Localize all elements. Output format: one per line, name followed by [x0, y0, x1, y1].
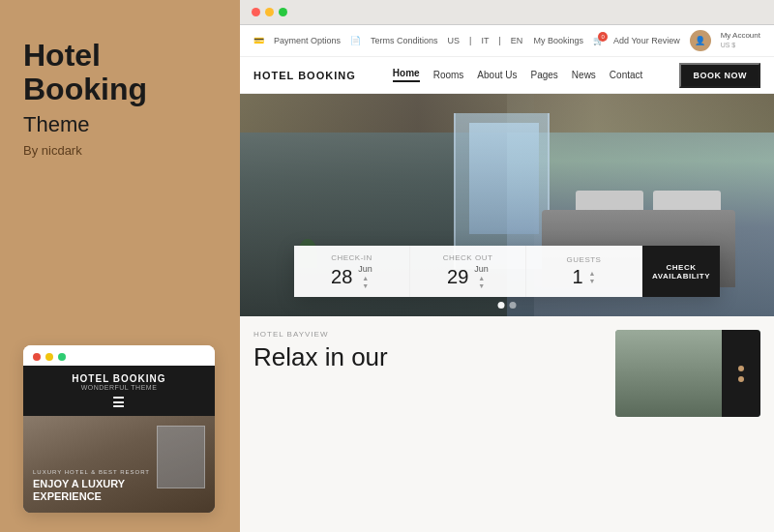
booking-bar: CHECK-IN 28 Jun ▲ ▼ CHECK OUT 29 — [294, 246, 720, 297]
below-fold-title: Relax in our — [253, 343, 602, 371]
mobile-hero-big-text: ENJOY A LUXURYEXPERIENCE — [33, 478, 205, 503]
payment-options-link[interactable]: Payment Options — [274, 36, 341, 45]
lang-us[interactable]: US — [448, 36, 461, 45]
hero-carousel-dots — [498, 302, 517, 309]
guests-field: GUESTS 1 ▲ ▼ — [526, 246, 642, 297]
checkout-month: Jun — [474, 264, 489, 274]
nav-link-news[interactable]: News — [572, 70, 596, 80]
guests-down-arrow[interactable]: ▼ — [589, 278, 596, 284]
cart-badge: 0 — [598, 32, 608, 42]
mobile-preview-card: HOTEL BOOKING WONDERFUL THEME ☰ LUXURY H… — [23, 345, 215, 513]
add-review-link[interactable]: Add Your Review — [613, 36, 680, 45]
nav-link-contact[interactable]: Contact — [610, 70, 642, 80]
site-nav-links: Home Rooms About Us Pages News Contact — [393, 68, 642, 82]
dot-red — [33, 353, 41, 361]
right-panel: 💳 Payment Options 📄 Terms Conditions US … — [240, 0, 774, 532]
guests-label: GUESTS — [567, 255, 602, 264]
mobile-header: HOTEL BOOKING WONDERFUL THEME ☰ — [23, 366, 215, 416]
mobile-brand: HOTEL BOOKING — [72, 373, 165, 384]
checkin-unit: Jun ▲ ▼ — [358, 264, 372, 289]
terms-conditions-link[interactable]: Terms Conditions — [371, 36, 438, 45]
browser-chrome — [240, 0, 774, 25]
room-img-dot-2 — [738, 376, 744, 382]
below-fold-room-image — [615, 330, 760, 417]
below-fold-text: HOTEL BAYVIEW Relax in our — [253, 330, 602, 532]
checkin-day: 28 — [331, 266, 352, 288]
carousel-dot-2[interactable] — [510, 302, 517, 309]
dot-green — [58, 353, 66, 361]
dot-yellow — [45, 353, 53, 361]
my-bookings-link[interactable]: My Bookings — [534, 36, 584, 45]
mobile-hero-image: LUXURY HOTEL & BEST RESORT ENJOY A LUXUR… — [23, 416, 215, 513]
checkout-day: 29 — [447, 266, 468, 288]
carousel-dot-1[interactable] — [498, 302, 505, 309]
checkout-field: CHECK OUT 29 Jun ▲ ▼ — [410, 246, 526, 297]
nav-link-home[interactable]: Home — [393, 68, 420, 82]
checkout-up-arrow[interactable]: ▲ — [478, 275, 485, 281]
browser-dot-yellow[interactable] — [265, 8, 274, 16]
theme-title: HotelBooking — [23, 39, 217, 106]
checkout-unit: Jun ▲ ▼ — [474, 264, 489, 289]
lang-it[interactable]: IT — [481, 36, 489, 45]
terms-icon: 📄 — [350, 36, 361, 45]
checkin-arrows[interactable]: ▲ ▼ — [362, 275, 369, 289]
payment-icon: 💳 — [253, 36, 264, 45]
below-fold-section: HOTEL BAYVIEW Relax in our — [240, 316, 774, 532]
hero-skyline — [469, 123, 539, 234]
user-avatar[interactable]: 👤 — [690, 30, 711, 51]
checkin-field: CHECK-IN 28 Jun ▲ ▼ — [294, 246, 410, 297]
checkout-value: 29 Jun ▲ ▼ — [447, 264, 489, 289]
mobile-hero-content: LUXURY HOTEL & BEST RESORT ENJOY A LUXUR… — [33, 469, 205, 503]
cart-wrap[interactable]: 🛒 0 — [593, 36, 604, 45]
nav-link-rooms[interactable]: Rooms — [433, 70, 464, 80]
checkin-up-arrow[interactable]: ▲ — [362, 275, 369, 281]
checkout-down-arrow[interactable]: ▼ — [478, 282, 485, 289]
guests-arrows[interactable]: ▲ ▼ — [589, 270, 596, 284]
book-now-button[interactable]: BOOK NOW — [679, 63, 760, 88]
checkin-month: Jun — [358, 264, 372, 274]
browser-dot-red[interactable] — [252, 8, 260, 16]
lang-separator: | — [469, 36, 471, 45]
guests-value: 1 ▲ ▼ — [572, 266, 595, 288]
room-image-sidebar — [722, 330, 760, 417]
topbar-left: 💳 Payment Options 📄 Terms Conditions US … — [253, 36, 522, 45]
below-fold-tag: HOTEL BAYVIEW — [253, 330, 602, 339]
site-logo: HOTEL BOOKING — [253, 70, 356, 81]
lang-separator2: | — [498, 36, 500, 45]
mobile-titlebar — [23, 345, 215, 366]
left-panel: HotelBooking Theme By nicdark HOTEL BOOK… — [0, 0, 240, 532]
guests-up-arrow[interactable]: ▲ — [589, 270, 596, 277]
nav-link-pages[interactable]: Pages — [530, 70, 557, 80]
checkout-arrows[interactable]: ▲ ▼ — [478, 275, 485, 289]
site-topbar: 💳 Payment Options 📄 Terms Conditions US … — [240, 25, 774, 57]
hero-section: CHECK-IN 28 Jun ▲ ▼ CHECK OUT 29 — [240, 94, 774, 316]
nav-link-about[interactable]: About Us — [477, 70, 517, 80]
lang-en[interactable]: EN — [511, 36, 523, 45]
topbar-right: My Bookings 🛒 0 Add Your Review 👤 My Acc… — [534, 30, 760, 51]
room-img-dot-1 — [738, 366, 744, 371]
checkout-label: CHECK OUT — [443, 253, 493, 262]
browser-dot-green[interactable] — [279, 8, 287, 16]
theme-subtitle: Theme — [23, 112, 217, 137]
mobile-brand-sub: WONDERFUL THEME — [81, 384, 158, 391]
check-availability-label: CHECKAVAILABILITY — [652, 263, 710, 281]
hamburger-icon[interactable]: ☰ — [112, 395, 126, 410]
check-availability-button[interactable]: CHECKAVAILABILITY — [642, 246, 720, 297]
checkin-value: 28 Jun ▲ ▼ — [331, 264, 372, 289]
site-navbar: HOTEL BOOKING Home Rooms About Us Pages … — [240, 57, 774, 94]
checkin-label: CHECK-IN — [331, 253, 372, 262]
checkin-down-arrow[interactable]: ▼ — [362, 282, 369, 289]
theme-author: By nicdark — [23, 143, 217, 158]
user-account-label: My AccountUS $ — [721, 31, 760, 49]
guests-count: 1 — [572, 266, 582, 288]
mobile-hero-small-text: LUXURY HOTEL & BEST RESORT — [33, 469, 205, 475]
